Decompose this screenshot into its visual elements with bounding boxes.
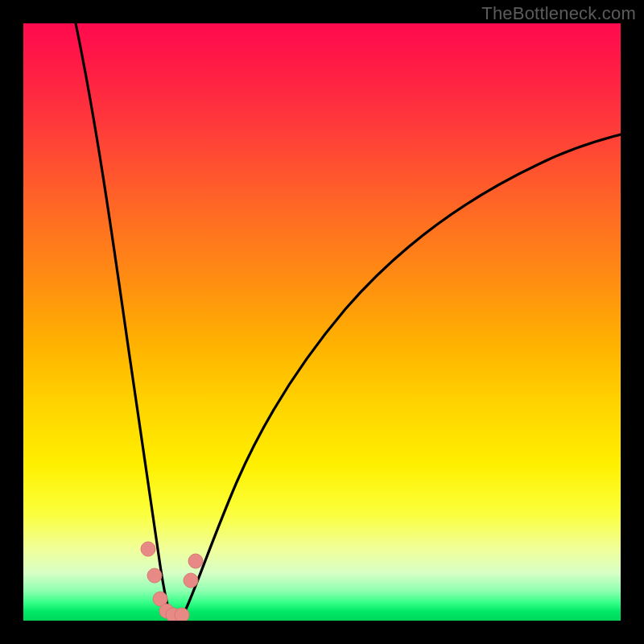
- watermark-text: TheBottleneck.com: [481, 3, 636, 24]
- plot-area: [23, 23, 621, 621]
- marker-group: [141, 542, 203, 621]
- right-curve: [184, 134, 621, 613]
- left-curve: [76, 23, 170, 613]
- marker-dot: [175, 608, 189, 621]
- curve-layer: [23, 23, 621, 621]
- marker-dot: [188, 554, 203, 568]
- marker-dot: [184, 573, 198, 588]
- chart-frame: TheBottleneck.com: [0, 0, 644, 644]
- marker-dot: [147, 568, 162, 583]
- marker-dot: [141, 542, 155, 556]
